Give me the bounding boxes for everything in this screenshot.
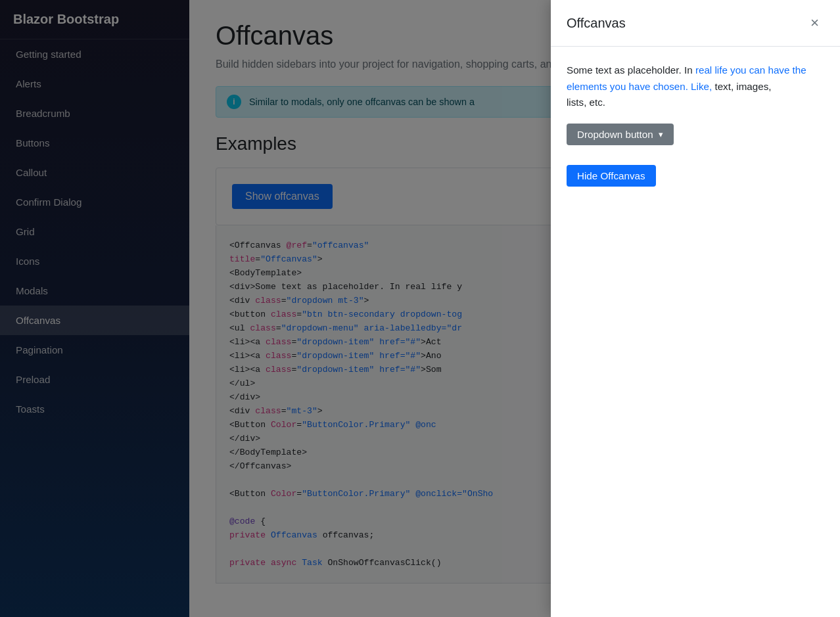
offcanvas-title: Offcanvas	[567, 16, 626, 31]
offcanvas-panel: Offcanvas × Some text as placeholder. In…	[551, 0, 840, 617]
dropdown-button-label: Dropdown button	[577, 129, 653, 140]
dropdown-button[interactable]: Dropdown button ▾	[567, 124, 674, 145]
offcanvas-body-text: Some text as placeholder. In real life y…	[567, 62, 824, 110]
offcanvas-body: Some text as placeholder. In real life y…	[551, 47, 840, 617]
dropdown-caret-icon: ▾	[659, 129, 663, 139]
offcanvas-header: Offcanvas ×	[551, 0, 840, 47]
hide-offcanvas-button[interactable]: Hide Offcanvas	[567, 165, 656, 187]
offcanvas-close-button[interactable]: ×	[805, 13, 824, 33]
